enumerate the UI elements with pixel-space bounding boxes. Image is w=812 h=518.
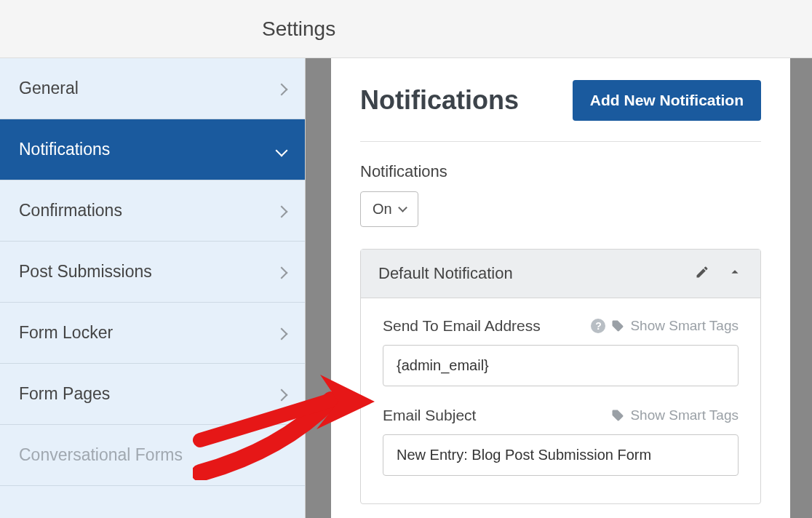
collapse-icon[interactable] bbox=[727, 264, 743, 283]
sidebar-item-post-submissions[interactable]: Post Submissions bbox=[0, 242, 305, 303]
smart-tags-label: Show Smart Tags bbox=[630, 318, 739, 334]
sidebar-item-confirmations[interactable]: Confirmations bbox=[0, 180, 305, 242]
chevron-down-icon bbox=[277, 140, 286, 159]
content-area: Notifications Add New Notification Notif… bbox=[331, 58, 790, 518]
top-bar-title: Settings bbox=[262, 17, 335, 41]
sidebar-item-label: Form Pages bbox=[19, 384, 110, 404]
field-label-row: Email Subject Show Smart Tags bbox=[383, 407, 739, 424]
main-wrap: General Notifications Confirmations Post… bbox=[0, 58, 812, 518]
notification-card-title: Default Notification bbox=[378, 264, 513, 283]
sidebar-item-label: General bbox=[19, 79, 79, 98]
send-to-label: Send To Email Address bbox=[383, 317, 541, 335]
notification-card: Default Notification Send To Email Addre… bbox=[360, 249, 761, 504]
sidebar-item-form-locker[interactable]: Form Locker bbox=[0, 303, 305, 364]
page-title: Notifications bbox=[360, 85, 519, 116]
notifications-toggle[interactable]: On bbox=[360, 191, 418, 227]
tag-icon bbox=[611, 319, 624, 332]
chevron-right-icon bbox=[277, 262, 286, 282]
settings-sidebar: General Notifications Confirmations Post… bbox=[0, 58, 306, 518]
send-to-input[interactable] bbox=[383, 345, 739, 386]
sidebar-item-general[interactable]: General bbox=[0, 58, 305, 119]
email-subject-input[interactable] bbox=[383, 434, 739, 476]
smart-tags-label: Show Smart Tags bbox=[630, 407, 739, 423]
notification-card-body: Send To Email Address ? Show Smart Tags … bbox=[361, 298, 760, 503]
page-header: Notifications Add New Notification bbox=[360, 80, 761, 142]
top-bar: Settings bbox=[0, 0, 812, 58]
email-subject-field: Email Subject Show Smart Tags bbox=[383, 407, 739, 476]
chevron-right-icon bbox=[277, 201, 286, 220]
chevron-right-icon bbox=[277, 384, 286, 404]
toggle-value: On bbox=[373, 201, 392, 218]
sidebar-item-label: Notifications bbox=[19, 140, 110, 159]
email-subject-label: Email Subject bbox=[383, 407, 476, 424]
card-actions bbox=[695, 264, 743, 283]
content-gutter-right bbox=[790, 58, 812, 518]
chevron-right-icon bbox=[277, 323, 286, 343]
sidebar-item-conversational-forms[interactable]: Conversational Forms bbox=[0, 425, 305, 486]
subject-smart-tags[interactable]: Show Smart Tags bbox=[611, 407, 739, 423]
tag-icon bbox=[611, 409, 624, 422]
chevron-right-icon bbox=[277, 79, 286, 98]
notifications-toggle-label: Notifications bbox=[360, 162, 761, 181]
sidebar-item-label: Form Locker bbox=[19, 323, 113, 343]
send-to-field: Send To Email Address ? Show Smart Tags bbox=[383, 317, 739, 386]
sidebar-item-form-pages[interactable]: Form Pages bbox=[0, 364, 305, 425]
send-to-smart-tags[interactable]: ? Show Smart Tags bbox=[591, 318, 739, 334]
sidebar-item-label: Post Submissions bbox=[19, 262, 152, 282]
sidebar-item-label: Conversational Forms bbox=[19, 445, 183, 465]
sidebar-item-label: Confirmations bbox=[19, 201, 122, 220]
chevron-down-icon bbox=[398, 203, 407, 212]
add-new-notification-button[interactable]: Add New Notification bbox=[573, 80, 761, 121]
edit-icon[interactable] bbox=[695, 265, 709, 282]
field-label-row: Send To Email Address ? Show Smart Tags bbox=[383, 317, 739, 335]
content-gutter-left bbox=[306, 58, 331, 518]
notification-card-header: Default Notification bbox=[361, 250, 760, 298]
help-icon[interactable]: ? bbox=[591, 319, 605, 333]
sidebar-item-notifications[interactable]: Notifications bbox=[0, 119, 305, 180]
